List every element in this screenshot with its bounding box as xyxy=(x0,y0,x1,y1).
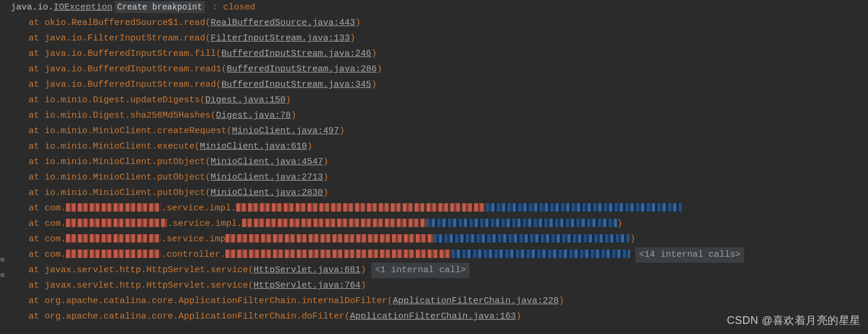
stack-frame: at io.minio.MinioClient.createRequest(Mi… xyxy=(11,124,868,139)
frame-path: io.minio.MinioClient.execute xyxy=(45,141,195,152)
stack-frame: at io.minio.Digest.updateDigests(Digest.… xyxy=(11,93,868,108)
stack-frame: at com..service.impl.) xyxy=(11,216,868,232)
redacted-segment xyxy=(66,234,161,242)
at-keyword: at xyxy=(29,188,45,198)
stack-frame: at io.minio.Digest.sha256Md5Hashes(Diges… xyxy=(11,108,868,124)
frame-path: com. xyxy=(45,250,66,260)
source-link[interactable]: MinioClient.java:4547 xyxy=(211,157,323,167)
at-keyword: at xyxy=(29,234,45,244)
frame-path: org.apache.catalina.core.ApplicationFilt… xyxy=(45,296,387,306)
stack-frame: at java.io.BufferedInputStream.read1(Buf… xyxy=(11,62,868,77)
frame-path: javax.servlet.http.HttpServlet.service xyxy=(45,265,248,275)
frame-path: java.io.BufferedInputStream.fill xyxy=(45,49,216,59)
at-keyword: at xyxy=(29,95,45,105)
source-link[interactable]: Digest.java:78 xyxy=(216,111,291,121)
stack-frame: at io.minio.MinioClient.putObject(MinioC… xyxy=(11,185,868,201)
at-keyword: at xyxy=(29,219,45,229)
exception-package: java.io. xyxy=(11,2,54,12)
frame-path: java.io.BufferedInputStream.read1 xyxy=(45,64,221,74)
at-keyword: at xyxy=(29,49,45,59)
frame-path: okio.RealBufferedSource$1.read xyxy=(45,18,205,28)
frame-path: io.minio.Digest.sha256Md5Hashes xyxy=(45,111,211,121)
csdn-watermark: CSDN @喜欢着月亮的星星 xyxy=(727,313,861,328)
stack-frame: at org.apache.catalina.core.ApplicationF… xyxy=(11,294,868,309)
source-link[interactable]: MinioClient.java:497 xyxy=(232,126,339,136)
redacted-segment xyxy=(225,234,434,242)
stack-frame: at javax.servlet.http.HttpServlet.servic… xyxy=(11,278,868,294)
stack-frame: at javax.servlet.http.HttpServlet.servic… xyxy=(11,263,868,278)
at-keyword: at xyxy=(29,203,45,213)
redacted-segment xyxy=(66,203,161,212)
create-breakpoint-button[interactable]: Create breakpoint xyxy=(115,1,205,13)
frame-path: java.io.FilterInputStream.read xyxy=(45,33,205,43)
stack-frame: at io.minio.MinioClient.execute(MinioCli… xyxy=(11,139,868,155)
at-keyword: at xyxy=(29,80,45,90)
stack-frame: at com..service.impl. xyxy=(11,201,868,216)
at-keyword: at xyxy=(29,64,45,74)
at-keyword: at xyxy=(29,141,45,152)
source-link[interactable]: HttpServlet.java:681 xyxy=(253,265,361,275)
redacted-segment xyxy=(236,203,486,212)
frame-path: io.minio.MinioClient.createRequest xyxy=(45,126,227,136)
stack-frame: at java.io.FilterInputStream.read(Filter… xyxy=(11,31,868,46)
stack-frame: at java.io.BufferedInputStream.read(Buff… xyxy=(11,77,868,93)
at-keyword: at xyxy=(29,33,45,43)
source-link[interactable]: Digest.java:150 xyxy=(205,95,286,105)
frame-path: io.minio.MinioClient.putObject xyxy=(45,157,205,167)
fold-marker-icon[interactable]: ⊞ xyxy=(1,252,8,259)
redacted-link[interactable] xyxy=(452,250,630,258)
frame-path: com. xyxy=(45,234,66,244)
frame-path: .controller. xyxy=(161,250,225,260)
source-link[interactable]: MinioClient.java:2830 xyxy=(211,188,323,198)
exception-line: java.io.IOExceptionCreate breakpoint : c… xyxy=(11,0,868,15)
frame-path: io.minio.MinioClient.putObject xyxy=(45,188,205,198)
frame-path: io.minio.Digest.updateDigests xyxy=(45,95,200,105)
stack-frame: at io.minio.MinioClient.putObject(MinioC… xyxy=(11,170,868,185)
exception-class-link[interactable]: IOException xyxy=(54,2,112,12)
exception-message: closed xyxy=(223,2,255,12)
source-link[interactable]: BufferedInputStream.java:286 xyxy=(227,64,377,74)
at-keyword: at xyxy=(29,250,45,260)
redacted-link[interactable] xyxy=(434,234,630,242)
source-link[interactable]: MinioClient.java:2713 xyxy=(211,172,323,182)
at-keyword: at xyxy=(29,281,45,291)
at-keyword: at xyxy=(29,111,45,121)
at-keyword: at xyxy=(29,296,45,306)
frame-path: io.minio.MinioClient.putObject xyxy=(45,172,205,182)
at-keyword: at xyxy=(29,18,45,28)
at-keyword: at xyxy=(29,157,45,167)
at-keyword: at xyxy=(29,126,45,136)
redacted-link[interactable] xyxy=(427,219,617,227)
frame-path: .service.impl. xyxy=(161,203,236,213)
internal-calls-badge[interactable]: <1 internal call> xyxy=(371,263,469,278)
frame-path: com. xyxy=(45,203,66,213)
frame-path: java.io.BufferedInputStream.read xyxy=(45,80,216,90)
console-stacktrace: { "exception":{"pkg":"java.io.","cls":"I… xyxy=(0,0,868,334)
stack-frame: at com..controller. <14 internal calls> xyxy=(11,247,868,263)
source-link[interactable]: BufferedInputStream.java:345 xyxy=(221,80,371,90)
source-link[interactable]: ApplicationFilterChain.java:163 xyxy=(350,311,516,322)
source-link[interactable]: RealBufferedSource.java:443 xyxy=(211,18,355,28)
fold-marker-icon[interactable]: ⊞ xyxy=(1,267,8,275)
source-link[interactable]: HttpServlet.java:764 xyxy=(253,281,361,291)
frame-path: com. xyxy=(45,219,66,229)
redacted-segment xyxy=(66,219,167,227)
internal-calls-badge[interactable]: <14 internal calls> xyxy=(635,247,744,263)
at-keyword: at xyxy=(29,265,45,275)
frame-path: .service.imp xyxy=(161,234,225,244)
frame-path: .service.impl. xyxy=(167,219,242,229)
frame-path: javax.servlet.http.HttpServlet.service xyxy=(45,281,248,291)
separator: : xyxy=(207,2,223,12)
redacted-link[interactable] xyxy=(486,203,682,212)
stack-frame: at java.io.BufferedInputStream.fill(Buff… xyxy=(11,46,868,62)
frame-path: org.apache.catalina.core.ApplicationFilt… xyxy=(45,311,344,322)
at-keyword: at xyxy=(29,311,45,322)
redacted-segment xyxy=(225,250,452,258)
redacted-segment xyxy=(66,250,161,258)
source-link[interactable]: ApplicationFilterChain.java:228 xyxy=(393,296,559,306)
redacted-segment xyxy=(242,219,427,227)
source-link[interactable]: MinioClient.java:610 xyxy=(200,141,307,152)
source-link[interactable]: FilterInputStream.java:133 xyxy=(211,33,350,43)
at-keyword: at xyxy=(29,172,45,182)
source-link[interactable]: BufferedInputStream.java:246 xyxy=(221,49,371,59)
